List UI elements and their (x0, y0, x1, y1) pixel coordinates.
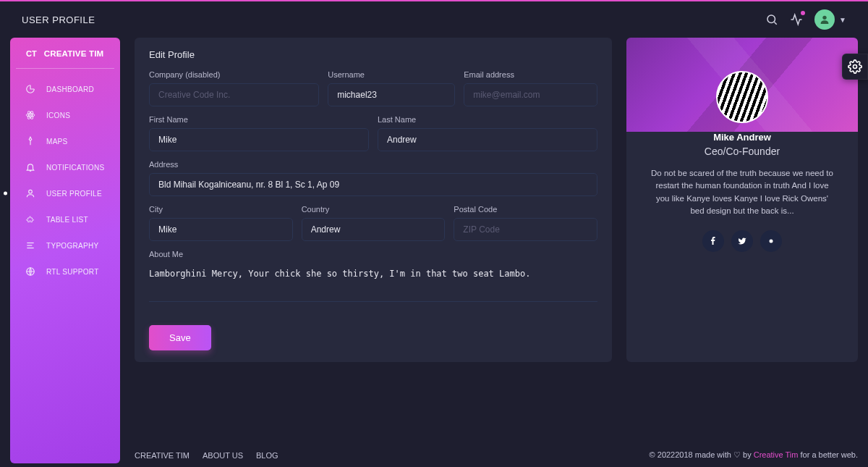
sidebar-item-label: DASHBOARD (46, 85, 94, 93)
align-icon (25, 240, 36, 251)
username-label: Username (328, 70, 455, 79)
atom-icon (25, 109, 36, 121)
activity-icon[interactable] (784, 7, 809, 32)
svg-point-13 (854, 65, 857, 69)
profile-role: Ceo/Co-Founder (641, 146, 843, 157)
postal-label: Postal Code (454, 205, 597, 214)
sidebar-item-label: MAPS (46, 138, 68, 146)
lastname-field[interactable] (378, 128, 597, 151)
footer: CREATIVE TIM ABOUT US BLOG © 20222018 ma… (10, 450, 858, 460)
sidebar-item-label: TABLE LIST (46, 216, 88, 224)
profile-bio: Do not be scared of the truth because we… (641, 167, 843, 217)
sidebar: CT CREATIVE TIM DASHBOARD ICONS MAPS NOT… (10, 38, 120, 463)
user-avatar-menu[interactable] (814, 9, 835, 30)
profile-name: Mike Andrew (641, 132, 843, 143)
save-button[interactable]: Save (149, 325, 211, 350)
email-label: Email address (464, 70, 597, 79)
svg-point-0 (767, 15, 775, 23)
page-title: USER PROFILE (22, 14, 95, 25)
profile-avatar[interactable] (716, 71, 768, 123)
notification-dot (801, 11, 805, 15)
address-label: Address (149, 160, 597, 169)
edit-profile-card: Edit Profile Company (disabled) Username… (135, 38, 612, 362)
chart-icon (25, 83, 36, 95)
sidebar-item-user-profile[interactable]: USER PROFILE (10, 180, 120, 206)
puzzle-icon (25, 214, 36, 225)
postal-field[interactable] (454, 218, 597, 241)
sidebar-item-label: TYPOGRAPHY (46, 242, 98, 250)
sidebar-item-typography[interactable]: TYPOGRAPHY (10, 232, 120, 258)
profile-card: Mike Andrew Ceo/Co-Founder Do not be sca… (626, 38, 858, 362)
footer-credit-link[interactable]: Creative Tim (754, 450, 799, 459)
sidebar-item-label: USER PROFILE (46, 190, 102, 198)
sidebar-item-table-list[interactable]: TABLE LIST (10, 206, 120, 232)
bell-icon (25, 161, 36, 173)
facebook-icon[interactable] (702, 230, 724, 252)
footer-link-blog[interactable]: BLOG (256, 451, 278, 460)
sidebar-item-label: ICONS (46, 112, 70, 119)
pin-icon (25, 135, 36, 147)
svg-point-12 (770, 240, 773, 243)
username-field[interactable] (328, 83, 455, 106)
city-label: City (149, 205, 293, 214)
city-field[interactable] (149, 218, 293, 241)
sidebar-item-rtl[interactable]: RTL SUPPORT (10, 258, 120, 285)
lastname-label: Last Name (378, 115, 597, 124)
user-icon (25, 188, 36, 199)
search-icon[interactable] (760, 7, 784, 32)
sidebar-item-icons[interactable]: ICONS (10, 102, 120, 128)
brand-name: CREATIVE TIM (44, 49, 104, 58)
svg-point-2 (822, 16, 826, 20)
footer-link-about[interactable]: ABOUT US (203, 451, 243, 460)
brand-badge: CT (26, 49, 37, 58)
sidebar-item-label: NOTIFICATIONS (46, 164, 104, 172)
sidebar-item-maps[interactable]: MAPS (10, 128, 120, 154)
email-field[interactable] (464, 83, 597, 106)
company-label: Company (disabled) (149, 70, 319, 79)
chevron-down-icon[interactable]: ▼ (839, 16, 846, 24)
address-field[interactable] (149, 173, 597, 196)
globe-icon (25, 266, 36, 277)
firstname-field[interactable] (149, 128, 369, 151)
about-label: About Me (149, 250, 597, 258)
sidebar-item-notifications[interactable]: NOTIFICATIONS (10, 154, 120, 180)
sidebar-brand[interactable]: CT CREATIVE TIM (16, 49, 114, 69)
country-label: Country (302, 205, 446, 214)
settings-gear-icon[interactable] (842, 54, 868, 80)
svg-line-1 (775, 22, 777, 24)
company-field (149, 83, 319, 106)
footer-credit: © 20222018 made with ♡ by Creative Tim f… (650, 450, 858, 460)
footer-link-creative-tim[interactable]: CREATIVE TIM (135, 451, 190, 460)
card-title: Edit Profile (149, 49, 597, 60)
svg-point-7 (29, 190, 33, 193)
twitter-icon[interactable] (731, 230, 753, 252)
about-field[interactable] (149, 263, 597, 302)
svg-point-3 (30, 114, 31, 116)
country-field[interactable] (302, 218, 446, 241)
google-icon[interactable] (760, 230, 782, 252)
sidebar-item-label: RTL SUPPORT (46, 268, 99, 276)
sidebar-item-dashboard[interactable]: DASHBOARD (10, 76, 120, 102)
firstname-label: First Name (149, 115, 369, 124)
